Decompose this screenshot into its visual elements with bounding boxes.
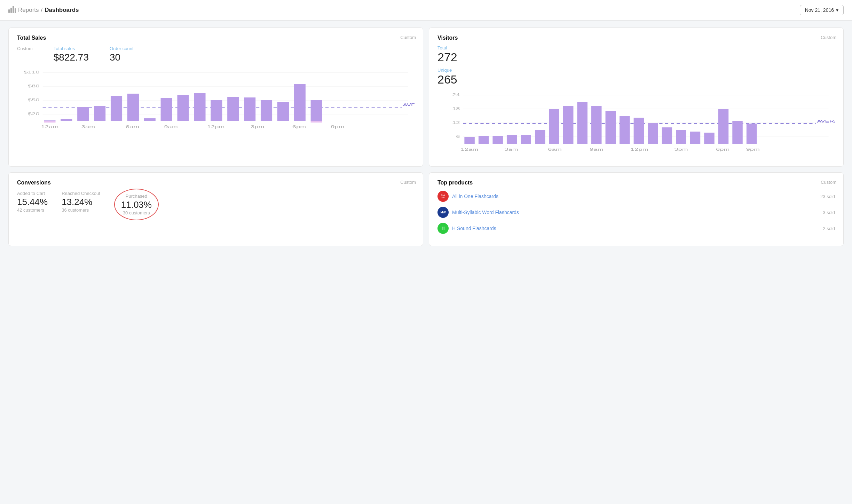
svg-text:H: H: [442, 226, 445, 231]
svg-text:9am: 9am: [164, 125, 178, 129]
conversions-custom[interactable]: Custom: [400, 180, 416, 185]
visitors-custom[interactable]: Custom: [821, 35, 836, 40]
svg-rect-63: [634, 118, 644, 144]
product-name[interactable]: All in One Flashcards: [452, 194, 498, 199]
reached-checkout-value: 13.24%: [62, 197, 100, 207]
conversions-card: Conversions Custom Added to Cart 15.44% …: [8, 172, 423, 246]
purchased-highlight-circle: Purchased 11.03% 30 customers: [114, 189, 159, 220]
svg-text:3pm: 3pm: [251, 125, 264, 129]
svg-rect-71: [747, 124, 757, 144]
visitors-total-value: 272: [437, 50, 835, 64]
svg-rect-25: [227, 97, 239, 121]
svg-rect-23: [194, 93, 205, 121]
svg-text:3am: 3am: [81, 125, 95, 129]
metric-period: Custom: [17, 46, 33, 63]
order-count-value: 30: [110, 52, 134, 63]
svg-text:6am: 6am: [548, 147, 561, 151]
product-icon: MW: [437, 207, 449, 218]
breadcrumb-reports[interactable]: Reports: [18, 7, 39, 14]
svg-rect-32: [311, 121, 322, 123]
svg-text:3am: 3am: [504, 147, 518, 151]
svg-rect-54: [507, 135, 517, 144]
svg-rect-55: [521, 135, 531, 144]
svg-rect-19: [127, 94, 139, 121]
svg-text:6pm: 6pm: [716, 147, 729, 151]
svg-rect-64: [648, 123, 658, 144]
svg-text:6am: 6am: [126, 125, 139, 129]
visitors-chart: 24 18 12 6 AVERAGE: [437, 90, 835, 159]
added-to-cart-customers: 42 customers: [17, 207, 48, 213]
added-to-cart-label: Added to Cart: [17, 191, 48, 196]
svg-text:6: 6: [456, 134, 460, 139]
svg-rect-29: [294, 84, 306, 121]
svg-rect-69: [718, 109, 728, 144]
metric-total-sales: Total sales $822.73: [54, 46, 89, 63]
visitors-card: Visitors Custom Total 272 Unique 265 24: [429, 27, 844, 167]
svg-text:MW: MW: [440, 211, 446, 214]
breadcrumb: Reports / Dashboards: [8, 6, 79, 15]
product-name[interactable]: Multi-Syllabic Word Flashcards: [452, 210, 519, 215]
conversions-title: Conversions: [17, 180, 415, 186]
svg-text:12am: 12am: [461, 147, 479, 151]
product-sold: 23 sold: [820, 194, 835, 199]
product-left: H H Sound Flashcards: [437, 223, 496, 234]
svg-rect-65: [662, 127, 672, 144]
metric-order-count: Order count 30: [110, 46, 134, 63]
conversions-metrics: Added to Cart 15.44% 42 customers Reache…: [17, 191, 415, 220]
svg-rect-61: [606, 111, 616, 144]
breadcrumb-separator: /: [41, 7, 43, 14]
added-to-cart-group: Added to Cart 15.44% 42 customers: [17, 191, 48, 213]
visitors-unique: Unique 265: [437, 68, 835, 86]
visitors-unique-value: 265: [437, 73, 835, 86]
svg-text:12pm: 12pm: [207, 125, 225, 129]
total-sales-custom[interactable]: Custom: [400, 35, 416, 40]
period-label: Custom: [17, 46, 33, 51]
svg-rect-62: [620, 116, 630, 144]
purchased-label: Purchased: [126, 194, 147, 199]
total-sales-title: Total Sales: [17, 35, 415, 41]
svg-rect-18: [111, 96, 122, 121]
product-icon: ALLONE: [437, 191, 449, 202]
total-sales-value: $822.73: [54, 52, 89, 63]
products-list: ALLONE All in One Flashcards 23 sold MW …: [437, 191, 835, 234]
breadcrumb-dashboards: Dashboards: [45, 7, 79, 14]
svg-text:ALL: ALL: [441, 194, 445, 196]
visitors-unique-label: Unique: [437, 68, 835, 73]
svg-rect-67: [690, 132, 700, 144]
svg-rect-66: [676, 130, 686, 144]
svg-text:AVERAGE: AVERAGE: [817, 119, 835, 123]
svg-rect-22: [177, 95, 189, 121]
svg-text:ONE: ONE: [441, 196, 444, 198]
product-sold: 2 sold: [823, 226, 835, 231]
visitors-title: Visitors: [437, 35, 835, 41]
top-products-custom[interactable]: Custom: [821, 180, 836, 185]
svg-rect-59: [577, 102, 587, 144]
svg-text:3pm: 3pm: [674, 147, 688, 151]
svg-rect-1: [10, 8, 12, 13]
svg-text:6pm: 6pm: [292, 125, 306, 129]
svg-text:18: 18: [452, 107, 460, 111]
svg-text:$50: $50: [28, 98, 40, 102]
total-sales-chart: $110 $80 $50 $20 AVERAGE: [17, 67, 415, 137]
list-item: MW Multi-Syllabic Word Flashcards 3 sold: [437, 207, 835, 218]
date-picker-button[interactable]: Nov 21, 2016 ▾: [800, 5, 844, 15]
svg-rect-28: [277, 102, 289, 121]
reached-checkout-customers: 36 customers: [62, 207, 100, 213]
svg-rect-30: [311, 100, 322, 121]
visitors-metrics: Total 272 Unique 265: [437, 45, 835, 86]
svg-rect-51: [464, 137, 474, 144]
reached-checkout-label: Reached Checkout: [62, 191, 100, 196]
svg-rect-17: [94, 106, 105, 121]
svg-text:AVERAGE: AVERAGE: [403, 103, 415, 107]
order-count-label: Order count: [110, 46, 134, 51]
svg-text:12am: 12am: [41, 125, 59, 129]
date-label: Nov 21, 2016: [805, 7, 834, 13]
product-name[interactable]: H Sound Flashcards: [452, 226, 496, 231]
svg-rect-27: [261, 100, 272, 121]
svg-rect-16: [77, 107, 89, 121]
product-left: MW Multi-Syllabic Word Flashcards: [437, 207, 519, 218]
visitors-total-label: Total: [437, 45, 835, 50]
svg-rect-26: [244, 97, 255, 121]
svg-text:12: 12: [452, 120, 460, 125]
sales-metrics: Custom Total sales $822.73 Order count 3…: [17, 46, 415, 63]
